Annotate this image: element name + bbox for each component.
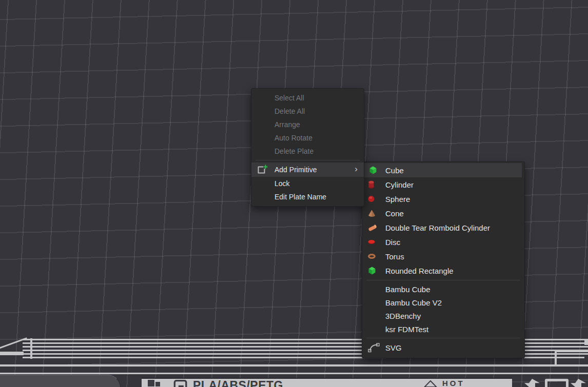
menu-item-label: Arrange [275, 120, 300, 129]
menu-separator [256, 160, 360, 160]
menu-item-delete-plate: Delete Plate [251, 145, 364, 158]
menu-item-delete-all: Delete All [251, 105, 364, 118]
menu-item-label: Select All [275, 94, 304, 102]
submenu-item-label: SVG [385, 343, 402, 352]
torus-icon [368, 254, 376, 259]
submenu-item-label: ksr FDMTest [385, 325, 428, 334]
add-primitive-submenu: Cube Cylinder Sphere Cone [362, 161, 525, 358]
cone-icon [368, 210, 376, 217]
submenu-item-label: Disc [385, 238, 400, 247]
plate-edge-line [0, 373, 588, 374]
hot-warning-icon [424, 380, 437, 387]
context-menu: Select All Delete All Arrange Auto Rotat… [251, 88, 364, 207]
submenu-item-label: Bambu Cube V2 [385, 298, 442, 307]
plate-marking-strip: PLA/ABS/PETG HOT [142, 378, 512, 387]
submenu-chevron-icon: › [355, 165, 358, 173]
plate-edge-bar [0, 352, 24, 355]
bezier-curve-icon [368, 342, 380, 353]
disc-icon [368, 240, 375, 245]
tilted-cylinder-icon [368, 224, 377, 232]
menu-item-label: Add Primitive [275, 166, 317, 174]
submenu-item-label: 3DBenchy [385, 312, 421, 320]
sphere-icon [368, 196, 375, 202]
menu-item-label: Lock [275, 179, 290, 188]
plate-edge-line [0, 364, 588, 366]
submenu-item-label: Bambu Cube [385, 285, 430, 294]
submenu-item-bambu-cube-v2[interactable]: Bambu Cube V2 [362, 296, 524, 309]
menu-item-select-all: Select All [251, 91, 364, 105]
menu-item-label: Edit Plate Name [275, 193, 326, 201]
menu-item-arrange: Arrange [251, 118, 364, 131]
submenu-item-cylinder[interactable]: Cylinder [362, 177, 524, 192]
submenu-item-double-tear-romboid-cylinder[interactable]: Double Tear Romboid Cylinder [362, 220, 524, 235]
menu-item-label: Auto Rotate [275, 134, 312, 142]
submenu-item-cube[interactable]: Cube [363, 163, 522, 177]
rounded-cube-icon [368, 267, 376, 275]
submenu-item-3dbenchy[interactable]: 3DBenchy [362, 309, 524, 322]
menu-item-lock[interactable]: Lock [251, 177, 364, 190]
submenu-item-label: Cone [385, 209, 404, 218]
plate-hot-label: HOT [442, 379, 465, 387]
add-primitive-icon [256, 164, 268, 175]
plate-name-tab[interactable] [0, 375, 121, 387]
submenu-item-label: Rounded Rectangle [385, 267, 454, 275]
menu-item-edit-plate-name[interactable]: Edit Plate Name [251, 190, 364, 203]
submenu-item-label: Torus [385, 252, 404, 261]
submenu-item-label: Double Tear Romboid Cylinder [385, 223, 490, 232]
plate-square-icon [545, 379, 569, 387]
bambu-logo-icon [148, 380, 167, 387]
plate-edge-line [555, 351, 588, 352]
plate-edge-mark [584, 339, 588, 345]
submenu-item-disc[interactable]: Disc [362, 235, 524, 249]
submenu-item-label: Cube [385, 166, 404, 175]
submenu-item-bambu-cube[interactable]: Bambu Cube [362, 282, 524, 296]
plate-edge-post [555, 351, 557, 365]
submenu-item-cone[interactable]: Cone [362, 206, 524, 220]
submenu-item-sphere[interactable]: Sphere [362, 192, 524, 206]
submenu-item-torus[interactable]: Torus [362, 249, 524, 263]
cylinder-icon [368, 180, 375, 189]
submenu-item-rounded-rectangle[interactable]: Rounded Rectangle [362, 263, 524, 278]
slicer-viewport: { "context_menu": { "items": [ {"label":… [0, 0, 588, 387]
submenu-item-ksr-fdmtest[interactable]: ksr FDMTest [362, 322, 524, 336]
menu-item-auto-rotate: Auto Rotate [251, 131, 364, 145]
submenu-separator [366, 338, 520, 338]
menu-item-label: Delete Plate [275, 147, 313, 155]
menu-item-label: Delete All [275, 107, 305, 115]
plate-logo-icon [172, 380, 189, 387]
submenu-item-label: Cylinder [385, 180, 414, 189]
plate-edge-post [30, 338, 32, 359]
submenu-item-label: Sphere [385, 195, 410, 203]
submenu-separator [366, 280, 520, 280]
plate-material-label: PLA/ABS/PETG [193, 379, 283, 387]
menu-item-add-primitive[interactable]: Add Primitive › [251, 162, 364, 177]
cube-icon [369, 166, 377, 175]
submenu-item-svg[interactable]: SVG [362, 340, 524, 355]
